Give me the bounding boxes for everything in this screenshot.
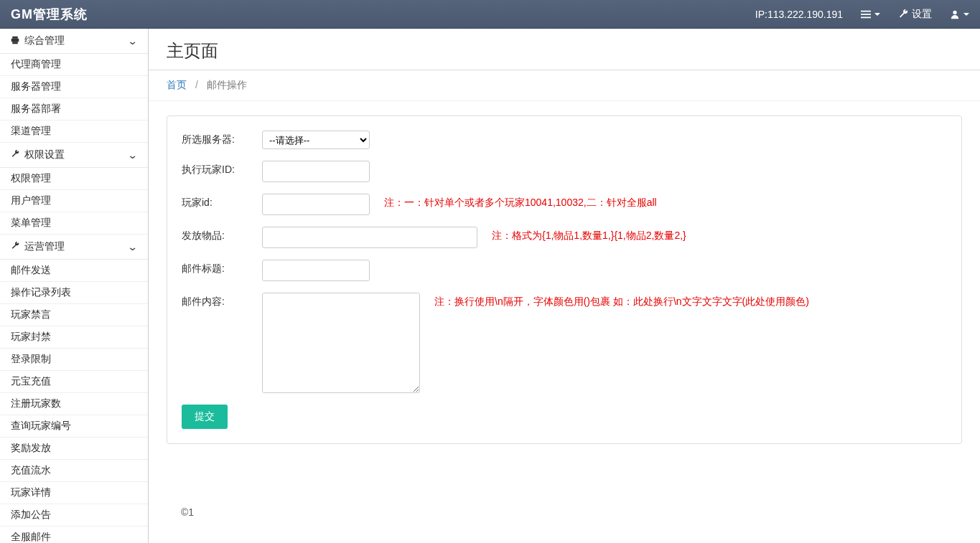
submit-button[interactable]: 提交 (182, 405, 228, 429)
sidebar-item[interactable]: 代理商管理 (0, 54, 148, 76)
ip-display: IP:113.222.190.191 (755, 9, 843, 20)
form-panel: 所选服务器: --请选择-- 执行玩家ID: 玩家id: 注：一：针对单个或者多… (167, 115, 962, 444)
sidebar-item[interactable]: 邮件发送 (0, 260, 148, 282)
player-id-label: 玩家id: (182, 194, 262, 209)
chevron-down-icon: ⌄ (127, 149, 139, 161)
sidebar-item[interactable]: 用户管理 (0, 190, 148, 212)
sidebar-item[interactable]: 权限管理 (0, 168, 148, 190)
svg-rect-1 (861, 14, 871, 15)
svg-rect-4 (12, 37, 18, 39)
print-icon (11, 35, 19, 47)
sidebar: 综合管理⌄代理商管理服务器管理服务器部署渠道管理权限设置⌄权限管理用户管理菜单管… (0, 29, 149, 543)
sidebar-item[interactable]: 查询玩家编号 (0, 415, 148, 438)
exec-player-input[interactable] (262, 161, 370, 182)
items-label: 发放物品: (182, 227, 262, 242)
sidebar-item[interactable]: 玩家禁言 (0, 304, 148, 326)
items-note: 注：格式为{1,物品1,数量1,}{1,物品2,数量2,} (492, 227, 686, 242)
caret-icon (874, 13, 880, 19)
mail-content-label: 邮件内容: (182, 293, 262, 308)
svg-rect-5 (11, 39, 19, 42)
breadcrumb-home[interactable]: 首页 (167, 79, 187, 90)
sidebar-item[interactable]: 玩家封禁 (0, 326, 148, 349)
sidebar-item[interactable]: 服务器部署 (0, 98, 148, 121)
sidebar-item[interactable]: 注册玩家数 (0, 393, 148, 415)
page-title: 主页面 (167, 39, 962, 62)
sidebar-item[interactable]: 玩家详情 (0, 482, 148, 504)
sidebar-section-header[interactable]: 运营管理⌄ (0, 235, 148, 260)
mail-title-input[interactable] (262, 260, 370, 281)
svg-rect-0 (861, 10, 871, 11)
sidebar-item[interactable]: 充值流水 (0, 460, 148, 482)
breadcrumb: 首页 / 邮件操作 (149, 70, 980, 101)
main-content: 主页面 首页 / 邮件操作 所选服务器: --请选择-- 执行玩家ID: (149, 29, 980, 543)
player-id-input[interactable] (262, 194, 370, 215)
svg-rect-2 (861, 16, 871, 18)
breadcrumb-current: 邮件操作 (207, 79, 247, 90)
navbar: GM管理系统 IP:113.222.190.191 设置 (0, 0, 980, 29)
sidebar-section-title: 运营管理 (24, 240, 65, 253)
settings-label: 设置 (912, 8, 932, 21)
nav-user-dropdown[interactable] (950, 9, 969, 19)
wrench-icon (11, 241, 19, 252)
mail-title-label: 邮件标题: (182, 260, 262, 275)
wrench-icon (898, 9, 908, 19)
svg-point-3 (953, 10, 956, 14)
app-brand: GM管理系统 (11, 6, 88, 23)
sidebar-item[interactable]: 元宝充值 (0, 371, 148, 393)
exec-player-label: 执行玩家ID: (182, 161, 262, 176)
sidebar-item[interactable]: 全服邮件 (0, 527, 148, 543)
sidebar-section-title: 权限设置 (24, 148, 65, 161)
svg-rect-6 (12, 42, 18, 44)
breadcrumb-sep: / (195, 79, 198, 90)
nav-settings[interactable]: 设置 (898, 8, 932, 21)
sidebar-section-header[interactable]: 权限设置⌄ (0, 143, 148, 168)
sidebar-item[interactable]: 渠道管理 (0, 121, 148, 143)
caret-icon (963, 13, 969, 19)
list-icon (861, 9, 871, 19)
sidebar-item[interactable]: 奖励发放 (0, 438, 148, 460)
server-select[interactable]: --请选择-- (262, 131, 370, 149)
sidebar-item[interactable]: 服务器管理 (0, 76, 148, 98)
navbar-right: IP:113.222.190.191 设置 (755, 8, 969, 21)
player-id-note: 注：一：针对单个或者多个玩家10041,10032,二：针对全服all (384, 194, 657, 209)
sidebar-item[interactable]: 登录限制 (0, 349, 148, 371)
sidebar-item[interactable]: 添加公告 (0, 504, 148, 527)
chevron-down-icon: ⌄ (127, 35, 139, 47)
mail-content-textarea[interactable] (262, 293, 420, 393)
nav-list-dropdown[interactable] (861, 9, 880, 19)
sidebar-item[interactable]: 菜单管理 (0, 212, 148, 235)
chevron-down-icon: ⌄ (127, 241, 139, 252)
sidebar-item[interactable]: 操作记录列表 (0, 282, 148, 304)
sidebar-section-header[interactable]: 综合管理⌄ (0, 29, 148, 54)
items-input[interactable] (262, 227, 477, 248)
footer: ©1 (167, 478, 962, 532)
sidebar-section-title: 综合管理 (24, 34, 65, 47)
user-icon (950, 9, 960, 19)
server-label: 所选服务器: (182, 131, 262, 146)
mail-content-note: 注：换行使用\n隔开，字体颜色用()包裹 如：此处换行\n文字文字文字(此处使用… (434, 293, 809, 308)
ip-text: IP:113.222.190.191 (755, 9, 843, 20)
wrench-icon (11, 149, 19, 161)
